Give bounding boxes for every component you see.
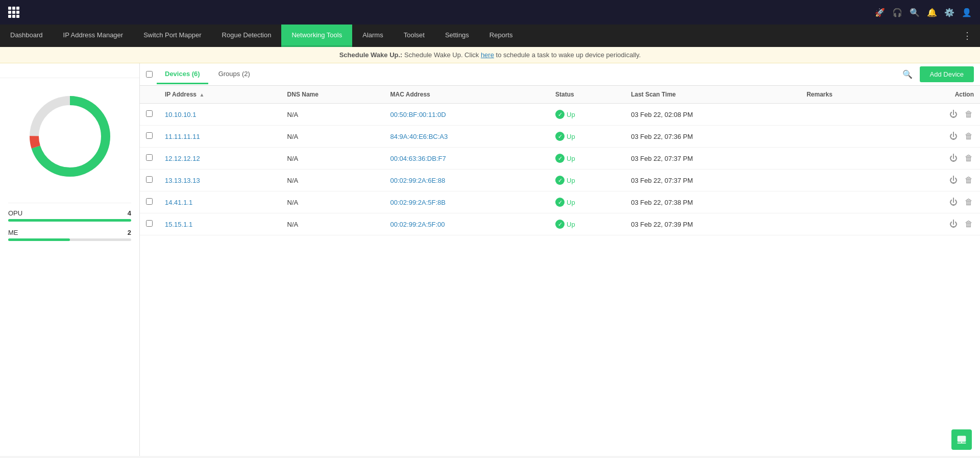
status-text-1: Up bbox=[567, 133, 575, 140]
group-count-opu: 4 bbox=[128, 209, 131, 217]
cell-status-2: ✓ Up bbox=[549, 148, 625, 170]
table-row: 12.12.12.12 N/A 00:04:63:36:DB:F7 ✓ Up 0… bbox=[140, 148, 980, 170]
group-name-opu: OPU bbox=[8, 209, 22, 217]
row-checkbox-5[interactable] bbox=[140, 213, 159, 235]
col-checkbox bbox=[140, 86, 159, 104]
checkbox-2[interactable] bbox=[146, 154, 153, 161]
cell-action-2: ⏻ 🗑 bbox=[891, 148, 980, 170]
row-checkbox-2[interactable] bbox=[140, 148, 159, 170]
cell-scan-4: 03 Feb 22, 07:38 PM bbox=[625, 191, 800, 213]
group-count-me: 2 bbox=[128, 229, 131, 236]
headset-icon[interactable]: 🎧 bbox=[892, 8, 902, 17]
col-remarks: Remarks bbox=[800, 86, 891, 104]
checkbox-0[interactable] bbox=[146, 110, 153, 117]
cell-scan-1: 03 Feb 22, 07:36 PM bbox=[625, 126, 800, 148]
topbar-right: 🚀 🎧 🔍 🔔 ⚙️ 👤 bbox=[844, 8, 972, 17]
col-ip-address[interactable]: IP Address ▲ bbox=[159, 86, 281, 104]
add-device-button[interactable]: Add Device bbox=[920, 66, 974, 82]
donut-svg bbox=[24, 90, 116, 182]
row-checkbox-4[interactable] bbox=[140, 191, 159, 213]
cell-action-5: ⏻ 🗑 bbox=[891, 213, 980, 235]
checkbox-3[interactable] bbox=[146, 176, 153, 183]
wake-button-0[interactable]: ⏻ bbox=[948, 109, 959, 120]
navbar: Dashboard IP Address Manager Switch Port… bbox=[0, 25, 980, 47]
row-checkbox-1[interactable] bbox=[140, 126, 159, 148]
sidebar: OPU 4 ME 2 bbox=[0, 63, 140, 456]
banner-link[interactable]: here bbox=[481, 51, 494, 59]
delete-button-2[interactable]: 🗑 bbox=[964, 153, 974, 164]
table-row: 15.15.1.1 N/A 00:02:99:2A:5F:00 ✓ Up 03 … bbox=[140, 213, 980, 235]
gear-icon[interactable]: ⚙️ bbox=[944, 8, 954, 17]
select-all-checkbox[interactable] bbox=[146, 71, 153, 78]
cell-ip-0: 10.10.10.1 bbox=[159, 104, 281, 126]
nav-reports[interactable]: Reports bbox=[479, 25, 523, 47]
checkbox-4[interactable] bbox=[146, 198, 153, 205]
nav-ip-address-manager[interactable]: IP Address Manager bbox=[53, 25, 134, 47]
schedule-banner: Schedule Wake Up.: Schedule Wake Up. Cli… bbox=[0, 47, 980, 63]
group-section: OPU 4 ME 2 bbox=[0, 190, 139, 256]
topbar-icons: 🚀 🎧 🔍 🔔 ⚙️ 👤 bbox=[875, 8, 972, 17]
donut-container bbox=[0, 78, 139, 190]
delete-button-0[interactable]: 🗑 bbox=[964, 109, 974, 120]
cell-status-0: ✓ Up bbox=[549, 104, 625, 126]
cell-scan-5: 03 Feb 22, 07:39 PM bbox=[625, 213, 800, 235]
rocket-icon[interactable]: 🚀 bbox=[875, 8, 885, 17]
table-header-row: IP Address ▲ DNS Name MAC Address Status… bbox=[140, 86, 980, 104]
wake-button-5[interactable]: ⏻ bbox=[948, 219, 959, 230]
cell-remarks-1 bbox=[800, 126, 891, 148]
grid-icon bbox=[8, 7, 19, 18]
status-up-icon-4: ✓ bbox=[555, 198, 565, 207]
table-row: 14.41.1.1 N/A 00:02:99:2A:5F:8B ✓ Up 03 … bbox=[140, 191, 980, 213]
group-name-me: ME bbox=[8, 229, 18, 236]
tab-groups[interactable]: Groups (2) bbox=[210, 65, 258, 84]
status-text-2: Up bbox=[567, 155, 575, 162]
cell-mac-4: 00:02:99:2A:5F:8B bbox=[384, 191, 550, 213]
table-search-icon[interactable]: 🔍 bbox=[899, 66, 916, 82]
nav-toolset[interactable]: Toolset bbox=[394, 25, 435, 47]
wake-button-1[interactable]: ⏻ bbox=[948, 131, 959, 142]
devices-table: IP Address ▲ DNS Name MAC Address Status… bbox=[140, 86, 980, 235]
cell-ip-2: 12.12.12.12 bbox=[159, 148, 281, 170]
delete-button-4[interactable]: 🗑 bbox=[964, 197, 974, 208]
status-up-icon-0: ✓ bbox=[555, 110, 565, 119]
cell-ip-5: 15.15.1.1 bbox=[159, 213, 281, 235]
group-bar-bg-me bbox=[8, 238, 131, 241]
nav-more-icon[interactable]: ⋮ bbox=[954, 30, 980, 41]
topbar: 🚀 🎧 🔍 🔔 ⚙️ 👤 bbox=[0, 0, 980, 25]
delete-button-1[interactable]: 🗑 bbox=[964, 131, 974, 142]
cell-remarks-2 bbox=[800, 148, 891, 170]
bell-icon[interactable]: 🔔 bbox=[927, 8, 937, 17]
wake-button-3[interactable]: ⏻ bbox=[948, 175, 959, 186]
status-up-icon-5: ✓ bbox=[555, 220, 565, 229]
tab-devices[interactable]: Devices (6) bbox=[157, 65, 208, 84]
group-bar-bg-opu bbox=[8, 219, 131, 222]
fab-icon bbox=[957, 435, 967, 445]
cell-mac-1: 84:9A:40:E6:BC:A3 bbox=[384, 126, 550, 148]
checkbox-5[interactable] bbox=[146, 220, 153, 227]
cell-status-1: ✓ Up bbox=[549, 126, 625, 148]
user-icon[interactable]: 👤 bbox=[962, 8, 972, 17]
fab-button[interactable] bbox=[951, 429, 972, 450]
nav-networking-tools[interactable]: Networking Tools bbox=[281, 25, 352, 47]
col-action: Action bbox=[891, 86, 980, 104]
row-checkbox-3[interactable] bbox=[140, 170, 159, 191]
cell-status-3: ✓ Up bbox=[549, 170, 625, 191]
cell-dns-0: N/A bbox=[281, 104, 384, 126]
row-checkbox-0[interactable] bbox=[140, 104, 159, 126]
nav-dashboard[interactable]: Dashboard bbox=[0, 25, 53, 47]
delete-button-5[interactable]: 🗑 bbox=[964, 219, 974, 230]
nav-rogue-detection[interactable]: Rogue Detection bbox=[212, 25, 282, 47]
status-text-3: Up bbox=[567, 177, 575, 184]
nav-alarms[interactable]: Alarms bbox=[352, 25, 393, 47]
app-logo bbox=[8, 7, 844, 18]
cell-remarks-4 bbox=[800, 191, 891, 213]
cell-mac-0: 00:50:BF:00:11:0D bbox=[384, 104, 550, 126]
wake-button-4[interactable]: ⏻ bbox=[948, 197, 959, 208]
checkbox-1[interactable] bbox=[146, 132, 153, 139]
wake-button-2[interactable]: ⏻ bbox=[948, 153, 959, 164]
nav-settings[interactable]: Settings bbox=[435, 25, 479, 47]
donut-chart bbox=[24, 90, 116, 182]
nav-switch-port-mapper[interactable]: Switch Port Mapper bbox=[133, 25, 211, 47]
search-icon[interactable]: 🔍 bbox=[910, 8, 920, 17]
delete-button-3[interactable]: 🗑 bbox=[964, 175, 974, 186]
